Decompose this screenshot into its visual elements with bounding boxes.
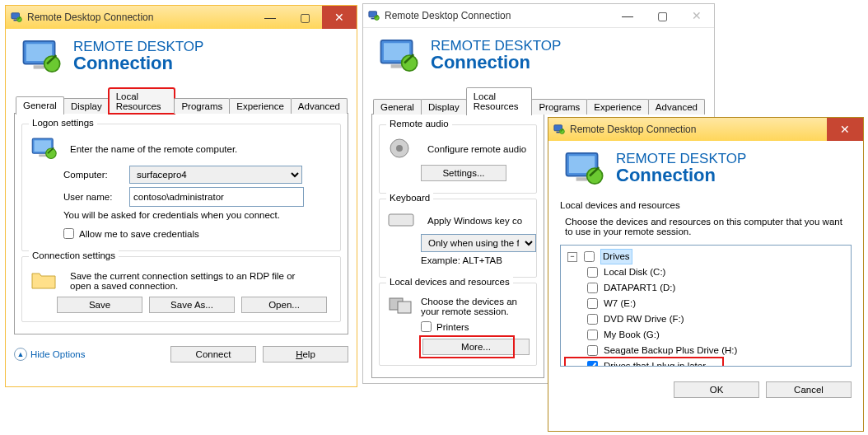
remote-audio-group: Remote audio Configure remote audio Sett… [379, 124, 537, 194]
save-as-button[interactable]: Save As... [149, 297, 235, 313]
tab-programs[interactable]: Programs [531, 99, 587, 115]
speaker-icon [388, 137, 421, 161]
tab-general[interactable]: General [16, 96, 64, 115]
help-button[interactable]: Help [263, 346, 348, 362]
tab-experience[interactable]: Experience [229, 98, 292, 114]
ok-button[interactable]: OK [674, 381, 759, 398]
tree-item: My Book (G:) [566, 327, 846, 343]
rdc-logo-icon [21, 37, 63, 75]
tab-advanced[interactable]: Advanced [291, 98, 348, 114]
devices-icon [388, 295, 414, 318]
tab-general[interactable]: General [373, 99, 422, 115]
keyboard-icon [388, 211, 421, 231]
close-button[interactable]: ✕ [827, 118, 863, 141]
tab-display[interactable]: Display [421, 99, 467, 115]
drives-tree[interactable]: − Drives Local Disk (C:) DATAPART1 (D:) … [560, 245, 852, 367]
tab-advanced[interactable]: Advanced [648, 99, 705, 115]
window-title: Remote Desktop Connection [26, 12, 250, 23]
tree-item-plug-later: Drives that I plug in later [566, 358, 722, 367]
svg-rect-11 [398, 302, 411, 313]
rdc-window-general: Remote Desktop Connection — ▢ ✕ REMOTE D… [5, 5, 357, 387]
collapse-icon[interactable]: − [567, 252, 577, 262]
minimize-button[interactable]: — [253, 6, 287, 29]
tree-item: Seagate Backup Plus Drive (H:) [566, 343, 846, 358]
chevron-up-icon: ▲ [14, 348, 27, 361]
tab-local-resources[interactable]: Local Resources [466, 87, 533, 115]
connect-button[interactable]: Connect [170, 346, 256, 362]
header: REMOTE DESKTOP Connection [363, 28, 714, 84]
more-button[interactable]: More... [422, 339, 530, 355]
maximize-button[interactable]: ▢ [645, 4, 679, 27]
tree-item: W7 (E:) [566, 296, 846, 311]
rdc-logo-icon [563, 149, 606, 187]
cred-note: You will be asked for credentials when y… [63, 210, 280, 220]
tree-item: DATAPART1 (D:) [566, 280, 846, 296]
conn-note: Save the current connection settings to … [70, 271, 317, 291]
local-devices-group: Local devices and resources Choose the d… [379, 283, 537, 366]
username-input[interactable] [129, 187, 304, 207]
audio-settings-button[interactable]: Settings... [421, 165, 506, 181]
connection-settings-group: Connection settings Save the current con… [21, 256, 341, 322]
minimize-button[interactable]: — [610, 4, 645, 27]
computer-icon [30, 136, 63, 162]
ldr-instruction: Choose the devices and resources on this… [565, 217, 850, 236]
app-icon [553, 124, 565, 135]
tab-programs[interactable]: Programs [174, 98, 230, 114]
close-button[interactable]: ✕ [679, 4, 714, 27]
printers-checkbox[interactable]: Printers [421, 321, 469, 332]
kb-example: Example: ALT+TAB [421, 255, 502, 265]
open-button[interactable]: Open... [241, 297, 327, 313]
app-icon [368, 10, 380, 21]
svg-point-8 [396, 145, 403, 152]
folder-icon [30, 269, 63, 293]
header: REMOTE DESKTOP Connection [548, 141, 863, 197]
keyboard-combo[interactable]: Only when using the f [421, 234, 536, 252]
tree-item: Local Disk (C:) [566, 264, 846, 280]
rdc-logo-icon [378, 36, 421, 74]
save-button[interactable]: Save [57, 297, 142, 313]
cancel-button[interactable]: Cancel [766, 381, 852, 398]
username-label: User name: [63, 192, 123, 202]
rdc-drives-dialog: Remote Desktop Connection ✕ REMOTE DESKT… [548, 117, 864, 432]
computer-label: Computer: [63, 170, 123, 180]
tree-item: DVD RW Drive (F:) [566, 311, 846, 327]
window-title: Remote Desktop Connection [568, 124, 824, 135]
allow-save-checkbox[interactable]: Allow me to save credentials [63, 228, 199, 239]
header: REMOTE DESKTOP Connection [6, 29, 357, 85]
computer-combo[interactable]: surfacepro4 [129, 166, 302, 184]
titlebar[interactable]: Remote Desktop Connection — ▢ ✕ [363, 4, 714, 28]
app-icon [11, 12, 22, 23]
kb-text: Apply Windows key co [427, 216, 522, 226]
tree-root-drives: − Drives [566, 249, 846, 264]
titlebar[interactable]: Remote Desktop Connection ✕ [548, 118, 863, 141]
titlebar[interactable]: Remote Desktop Connection — ▢ ✕ [6, 6, 357, 29]
audio-text: Configure remote audio [427, 144, 526, 154]
svg-rect-9 [389, 214, 413, 226]
ldr-section-label: Local devices and resources [560, 200, 852, 210]
tab-display[interactable]: Display [63, 98, 110, 114]
window-title: Remote Desktop Connection [383, 10, 607, 21]
hide-options-toggle[interactable]: ▲Hide Options [14, 348, 85, 361]
enter-name-label: Enter the name of the remote computer. [70, 144, 237, 154]
tab-bar: General Display Local Resources Programs… [16, 88, 347, 114]
tab-local-resources[interactable]: Local Resources [109, 88, 175, 114]
keyboard-group: Keyboard Apply Windows key co Only when … [379, 199, 537, 278]
tab-bar: General Display Local Resources Programs… [373, 87, 704, 115]
tab-experience[interactable]: Experience [586, 99, 649, 115]
logon-settings-group: Logon settings Enter the name of the rem… [21, 124, 341, 251]
close-button[interactable]: ✕ [322, 6, 357, 29]
maximize-button[interactable]: ▢ [287, 6, 322, 29]
ldr-text: Choose the devices an your remote sessio… [421, 297, 528, 316]
